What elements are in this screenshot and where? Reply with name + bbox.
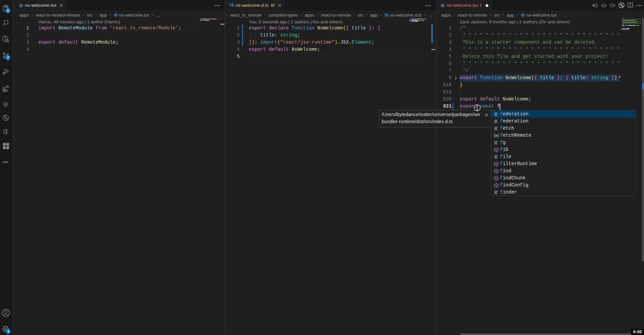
svg-text:7: 7	[7, 56, 9, 60]
svg-text:1: 1	[7, 330, 9, 333]
svg-text:1: 1	[7, 9, 9, 13]
